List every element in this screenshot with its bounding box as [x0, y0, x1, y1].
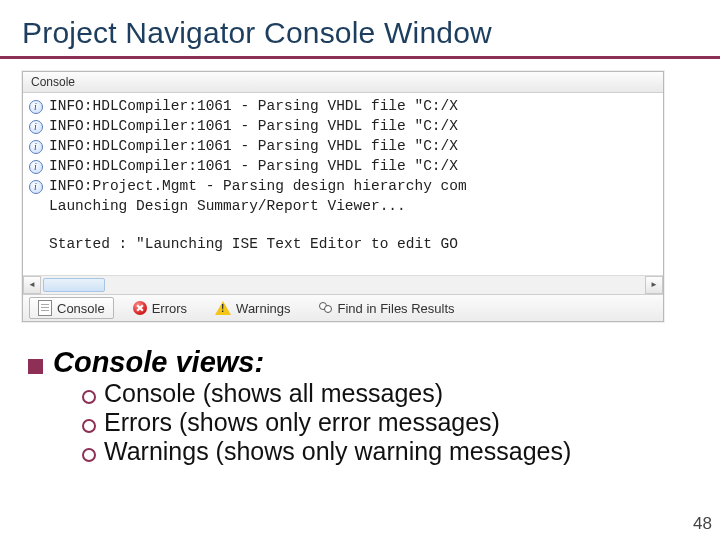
- tab-label: Find in Files Results: [338, 301, 455, 316]
- ring-bullet-icon: [82, 419, 96, 433]
- bullet-l2: Errors (shows only error messages): [82, 408, 698, 437]
- info-icon: [29, 140, 43, 154]
- tab-find-in-files[interactable]: Find in Files Results: [310, 297, 464, 319]
- tab-console[interactable]: Console: [29, 297, 114, 319]
- tab-label: Warnings: [236, 301, 290, 316]
- scroll-left-button[interactable]: ◄: [23, 276, 41, 294]
- console-line: Started : "Launching ISE Text Editor to …: [25, 235, 661, 255]
- console-text: INFO:HDLCompiler:1061 - Parsing VHDL fil…: [49, 117, 458, 137]
- ring-bullet-icon: [82, 448, 96, 462]
- info-icon: [29, 120, 43, 134]
- info-icon: [29, 160, 43, 174]
- ring-bullet-icon: [82, 390, 96, 404]
- console-output: INFO:HDLCompiler:1061 - Parsing VHDL fil…: [23, 93, 663, 275]
- console-line: INFO:HDLCompiler:1061 - Parsing VHDL fil…: [25, 117, 661, 137]
- bullet-l1: Console views:: [28, 346, 698, 379]
- console-text: Launching Design Summary/Report Viewer..…: [49, 197, 406, 217]
- console-text: INFO:Project.Mgmt - Parsing design hiera…: [49, 177, 467, 197]
- title-rule: [0, 56, 720, 59]
- tab-warnings[interactable]: Warnings: [206, 297, 299, 319]
- info-icon: [29, 100, 43, 114]
- error-icon: [133, 301, 147, 315]
- bullet-l2-text: Console (shows all messages): [104, 379, 443, 408]
- console-text: INFO:HDLCompiler:1061 - Parsing VHDL fil…: [49, 157, 458, 177]
- bullet-section: Console views: Console (shows all messag…: [22, 346, 698, 466]
- info-icon: [29, 180, 43, 194]
- bullet-l2: Warnings (shows only warning messages): [82, 437, 698, 466]
- scroll-thumb[interactable]: [43, 278, 105, 292]
- console-text: INFO:HDLCompiler:1061 - Parsing VHDL fil…: [49, 137, 458, 157]
- page-number: 48: [693, 514, 712, 534]
- binoculars-icon: [319, 302, 333, 314]
- console-window: Console INFO:HDLCompiler:1061 - Parsing …: [22, 71, 664, 322]
- console-line: INFO:HDLCompiler:1061 - Parsing VHDL fil…: [25, 97, 661, 117]
- document-icon: [38, 300, 52, 316]
- tab-label: Console: [57, 301, 105, 316]
- console-line: Launching Design Summary/Report Viewer..…: [25, 197, 661, 217]
- blank-line: [25, 217, 661, 235]
- bullet-l2: Console (shows all messages): [82, 379, 698, 408]
- console-line: INFO:HDLCompiler:1061 - Parsing VHDL fil…: [25, 157, 661, 177]
- slide-title: Project Navigator Console Window: [22, 16, 698, 50]
- console-panel-label: Console: [23, 72, 663, 93]
- square-bullet-icon: [28, 359, 43, 374]
- tab-label: Errors: [152, 301, 187, 316]
- blank-line: [25, 255, 661, 273]
- scroll-right-button[interactable]: ►: [645, 276, 663, 294]
- tab-errors[interactable]: Errors: [124, 297, 196, 319]
- warning-icon: [215, 301, 231, 315]
- bullet-l1-text: Console views:: [53, 346, 264, 379]
- console-line: INFO:HDLCompiler:1061 - Parsing VHDL fil…: [25, 137, 661, 157]
- horizontal-scrollbar[interactable]: ◄ ►: [23, 275, 663, 294]
- console-line: INFO:Project.Mgmt - Parsing design hiera…: [25, 177, 661, 197]
- bullet-l2-text: Warnings (shows only warning messages): [104, 437, 571, 466]
- console-text: Started : "Launching ISE Text Editor to …: [49, 235, 458, 255]
- console-text: INFO:HDLCompiler:1061 - Parsing VHDL fil…: [49, 97, 458, 117]
- console-tabs: Console Errors Warnings Find in Files Re…: [23, 294, 663, 321]
- bullet-l2-text: Errors (shows only error messages): [104, 408, 500, 437]
